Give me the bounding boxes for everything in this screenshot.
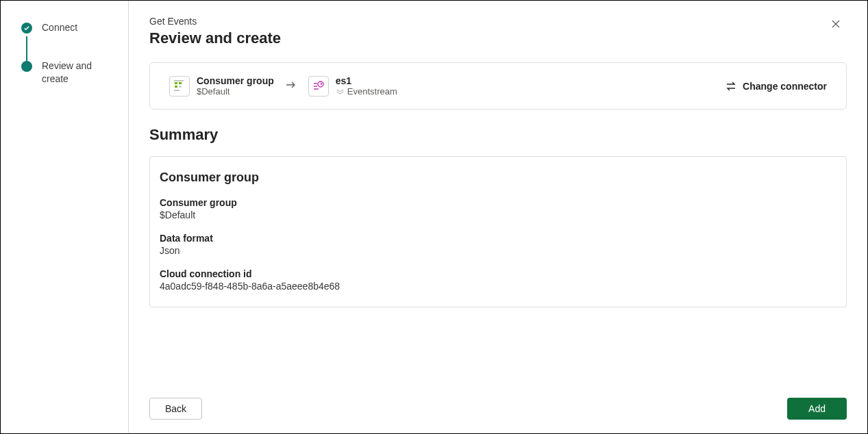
connector-flow-card: Consumer group $Default es1 <box>149 62 847 110</box>
field-label: Cloud connection id <box>160 268 835 279</box>
back-button[interactable]: Back <box>149 398 202 420</box>
summary-heading: Summary <box>149 126 847 144</box>
target-sub: Eventstream <box>347 86 397 97</box>
target-title: es1 <box>336 75 397 86</box>
svg-rect-2 <box>175 86 177 88</box>
change-connector-button[interactable]: Change connector <box>725 81 827 92</box>
svg-rect-0 <box>175 82 177 84</box>
source-title: Consumer group <box>197 75 274 86</box>
step-label: Review and create <box>42 60 114 86</box>
change-connector-label: Change connector <box>743 81 827 92</box>
wizard-steps-sidebar: Connect Review and create <box>1 1 129 433</box>
checkmark-icon <box>21 23 32 34</box>
field-value: Json <box>160 245 835 256</box>
consumer-group-icon <box>169 76 190 97</box>
wizard-step-connect[interactable]: Connect <box>21 21 114 35</box>
field-label: Consumer group <box>160 197 835 208</box>
step-label: Connect <box>42 21 77 35</box>
swap-icon <box>725 81 737 92</box>
wizard-step-review[interactable]: Review and create <box>21 60 114 86</box>
footer-actions: Back Add <box>149 388 847 420</box>
svg-rect-3 <box>179 86 182 88</box>
target-node: es1 Eventstream <box>308 75 397 97</box>
close-icon <box>830 18 841 29</box>
main-content: Get Events Review and create <box>129 1 867 433</box>
add-button[interactable]: Add <box>787 398 847 420</box>
stream-sub-icon <box>336 87 345 96</box>
field-value: 4a0adc59-f848-485b-8a6a-a5aeee8b4e68 <box>160 281 835 292</box>
summary-card: Consumer group Consumer group $Default D… <box>149 156 847 307</box>
eventstream-icon <box>308 76 329 97</box>
summary-field: Cloud connection id 4a0adc59-f848-485b-8… <box>160 268 835 292</box>
page-title: Review and create <box>149 29 847 47</box>
field-label: Data format <box>160 233 835 244</box>
summary-section-title: Consumer group <box>160 170 835 185</box>
current-step-icon <box>21 61 32 72</box>
source-node: Consumer group $Default <box>169 75 274 97</box>
summary-field: Data format Json <box>160 233 835 256</box>
arrow-right-icon <box>285 80 297 92</box>
page-subtitle: Get Events <box>149 16 847 27</box>
svg-rect-1 <box>179 82 182 84</box>
summary-field: Consumer group $Default <box>160 197 835 220</box>
field-value: $Default <box>160 209 835 220</box>
close-button[interactable] <box>828 16 844 34</box>
source-value: $Default <box>197 86 274 97</box>
